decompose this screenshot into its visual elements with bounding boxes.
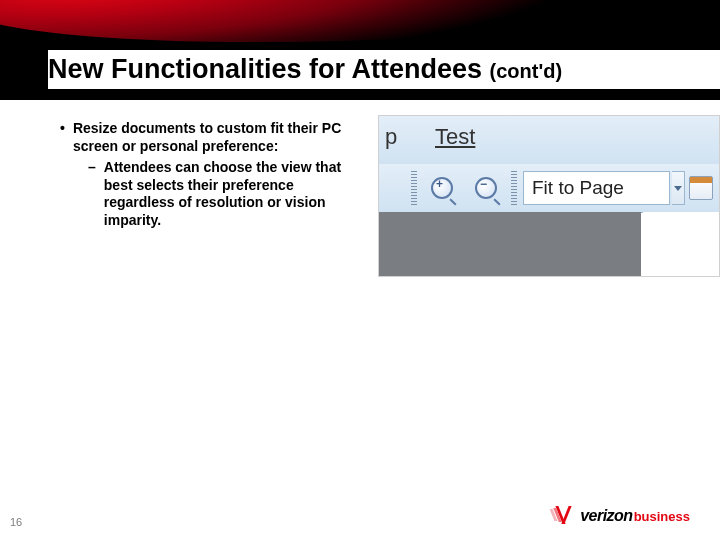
- screenshot-white-area: [643, 212, 719, 276]
- sub-bullet-item: – Attendees can choose the view that bes…: [88, 159, 360, 229]
- menubar-fragment: p Test: [379, 116, 719, 165]
- title-main: New Functionalities for Attendees: [48, 54, 482, 84]
- menu-cropped-letter: p: [385, 124, 397, 150]
- zoom-in-button[interactable]: +: [423, 169, 461, 207]
- magnifier-plus-icon: +: [431, 177, 453, 199]
- zoom-out-button[interactable]: −: [467, 169, 505, 207]
- slide: New Functionalities for Attendees (cont'…: [0, 0, 720, 540]
- bullet-dot-icon: •: [60, 120, 65, 138]
- verizon-check-icon: [552, 506, 578, 526]
- bullet-dash-icon: –: [88, 159, 96, 229]
- toolbar-cropped-icon: [385, 169, 407, 207]
- verizon-business-logo: verizon business: [552, 506, 690, 526]
- toolbar-screenshot: p Test + − Fit to Page: [378, 115, 720, 277]
- body-text: • Resize documents to custom fit their P…: [60, 120, 360, 229]
- logo-verizon-text: verizon: [580, 507, 633, 525]
- zoom-toolbar: + − Fit to Page: [379, 164, 719, 213]
- toolbar-grip-icon: [511, 171, 517, 205]
- bullet-text: Resize documents to custom fit their PC …: [73, 120, 360, 155]
- toolbar-grip-icon: [411, 171, 417, 205]
- title-contd: (cont'd): [490, 60, 563, 82]
- page-number: 16: [10, 516, 22, 528]
- tool-icon[interactable]: [689, 176, 713, 200]
- zoom-level-select[interactable]: Fit to Page: [523, 171, 670, 205]
- bullet-item: • Resize documents to custom fit their P…: [60, 120, 360, 155]
- magnifier-minus-icon: −: [475, 177, 497, 199]
- dropdown-caret-icon[interactable]: [672, 171, 685, 205]
- logo-business-text: business: [634, 509, 690, 524]
- slide-title: New Functionalities for Attendees (cont'…: [48, 50, 720, 89]
- sub-bullet-text: Attendees can choose the view that best …: [104, 159, 360, 229]
- screenshot-content-area: [379, 212, 641, 276]
- menu-test[interactable]: Test: [435, 124, 475, 150]
